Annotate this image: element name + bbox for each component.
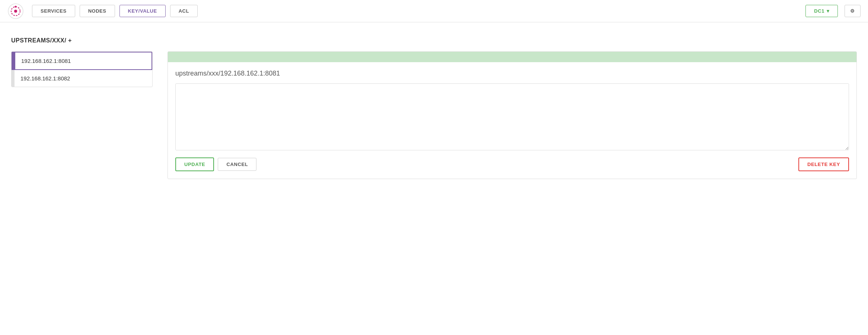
gear-icon: ⚙ (850, 8, 855, 14)
key-list-item-1[interactable]: 192.168.162.1:8081 (12, 52, 152, 70)
chevron-down-icon: ▾ (827, 8, 830, 14)
top-nav: SERVICES NODES KEY/VALUE ACL DC1 ▾ ⚙ (0, 0, 868, 22)
key-list-item-2[interactable]: 192.168.162.1:8082 (12, 70, 152, 87)
nav-acl-button[interactable]: ACL (170, 5, 198, 17)
key-detail-actions: UPDATE CANCEL DELETE KEY (175, 157, 849, 171)
cancel-button[interactable]: CANCEL (218, 158, 256, 171)
key-detail-path: upstreams/xxx/192.168.162.1:8081 (175, 70, 849, 77)
content-row: 192.168.162.1:8081 192.168.162.1:8082 up… (11, 51, 857, 179)
svg-point-2 (14, 10, 17, 13)
item-label-1: 192.168.162.1:8081 (15, 52, 151, 69)
item-accent-2 (12, 70, 15, 87)
nav-nodes-button[interactable]: NODES (80, 5, 115, 17)
key-detail-panel: upstreams/xxx/192.168.162.1:8081 UPDATE … (167, 51, 857, 179)
consul-logo (7, 3, 24, 19)
nav-dc-button[interactable]: DC1 ▾ (805, 5, 838, 17)
nav-settings-button[interactable]: ⚙ (845, 5, 861, 17)
delete-key-button[interactable]: DELETE KEY (798, 157, 849, 171)
item-accent-1 (12, 52, 15, 69)
svg-point-3 (15, 6, 17, 7)
main-content: UPSTREAMS/XXX/ + 192.168.162.1:8081 192.… (0, 22, 868, 190)
update-button[interactable]: UPDATE (175, 157, 214, 171)
key-detail-header-bar (168, 52, 856, 62)
key-detail-body: upstreams/xxx/192.168.162.1:8081 UPDATE … (168, 62, 856, 179)
key-list: 192.168.162.1:8081 192.168.162.1:8082 (11, 51, 153, 87)
nav-keyvalue-button[interactable]: KEY/VALUE (119, 5, 166, 17)
breadcrumb: UPSTREAMS/XXX/ + (11, 37, 857, 44)
dc-label: DC1 (814, 8, 824, 14)
key-detail-value-textarea[interactable] (175, 83, 849, 150)
nav-services-button[interactable]: SERVICES (32, 5, 75, 17)
item-label-2: 192.168.162.1:8082 (15, 70, 152, 87)
